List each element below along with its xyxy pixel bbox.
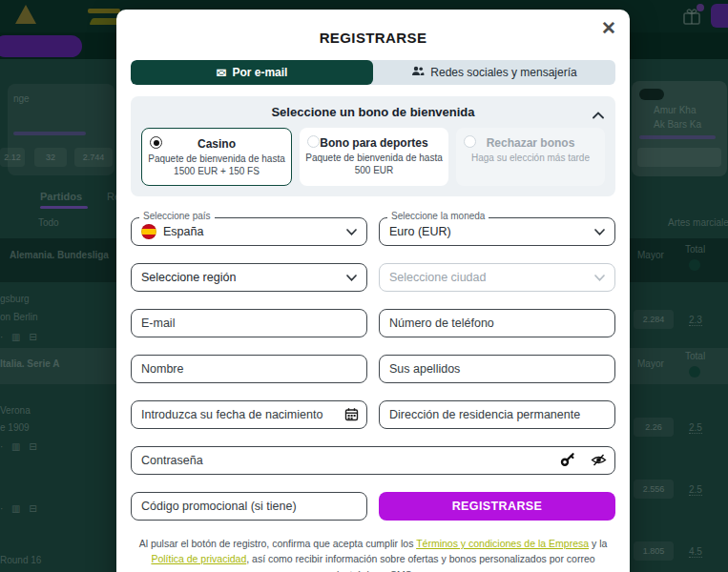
spain-flag-icon bbox=[141, 224, 156, 239]
promo-code-input[interactable] bbox=[131, 492, 367, 521]
eye-off-icon[interactable] bbox=[591, 453, 607, 471]
submit-wrap: REGISTRARSE bbox=[379, 492, 615, 521]
chevron-down-icon bbox=[594, 229, 605, 235]
bonus-desc: Paquete de bienvenida de hasta 1500 EUR … bbox=[148, 153, 285, 177]
bonus-option-sports[interactable]: Bono para deportes Paquete de bienvenida… bbox=[300, 128, 448, 186]
register-method-tabs: ✉ Por e-mail Redes sociales y mensajería bbox=[131, 60, 615, 85]
country-label: Seleccione país bbox=[139, 211, 215, 221]
phone-input[interactable] bbox=[379, 309, 615, 337]
address-input[interactable] bbox=[379, 400, 615, 429]
tab-label: Por e-mail bbox=[232, 66, 287, 79]
tab-by-email[interactable]: ✉ Por e-mail bbox=[131, 60, 373, 85]
radio-selected[interactable] bbox=[150, 136, 162, 149]
country-field: Seleccione país España bbox=[131, 217, 367, 246]
region-placeholder: Seleccione región bbox=[141, 271, 340, 284]
email-field-wrap bbox=[131, 309, 367, 337]
envelope-icon: ✉ bbox=[217, 67, 227, 79]
modal-title: REGISTRARSE bbox=[131, 10, 615, 46]
last-name-field-wrap bbox=[379, 355, 615, 383]
key-icon[interactable] bbox=[560, 452, 575, 471]
terms-text: Al pulsar el botón de registro, confirma… bbox=[139, 538, 416, 549]
phone-field-wrap bbox=[379, 309, 615, 337]
city-placeholder: Seleccione ciudad bbox=[389, 271, 588, 284]
radio-unselected[interactable] bbox=[464, 135, 476, 148]
tab-social[interactable]: Redes sociales y mensajería bbox=[373, 60, 615, 85]
bonus-title: Rechazar bonos bbox=[462, 136, 599, 150]
people-icon bbox=[411, 66, 425, 79]
currency-select[interactable]: Euro (EUR) bbox=[379, 217, 615, 246]
bonus-panel: Seleccione un bono de bienvenida Casino … bbox=[131, 96, 615, 196]
city-select[interactable]: Seleccione ciudad bbox=[379, 263, 615, 292]
birth-date-field-wrap bbox=[131, 400, 367, 429]
address-field-wrap bbox=[379, 400, 615, 429]
calendar-icon[interactable] bbox=[344, 407, 359, 425]
register-button[interactable]: REGISTRARSE bbox=[379, 492, 615, 521]
chevron-down-icon bbox=[346, 229, 357, 235]
first-name-input[interactable] bbox=[131, 355, 367, 383]
bonus-title: Casino bbox=[148, 137, 285, 151]
registration-modal: ✕ REGISTRARSE ✉ Por e-mail Redes sociale… bbox=[116, 10, 630, 572]
bonus-desc: Paquete de bienvenida de hasta 500 EUR bbox=[305, 152, 443, 176]
bonus-option-casino[interactable]: Casino Paquete de bienvenida de hasta 15… bbox=[141, 128, 292, 186]
terms-text: y la bbox=[589, 538, 607, 549]
chevron-up-icon[interactable] bbox=[593, 106, 604, 123]
bonus-desc: Haga su elección más tarde bbox=[462, 152, 599, 164]
region-select[interactable]: Seleccione región bbox=[131, 263, 367, 292]
promo-field-wrap bbox=[131, 492, 367, 521]
last-name-input[interactable] bbox=[379, 355, 615, 383]
chevron-down-icon bbox=[594, 275, 605, 281]
region-field: Seleccione región bbox=[131, 263, 367, 292]
password-icons bbox=[560, 452, 607, 471]
country-select[interactable]: España bbox=[131, 217, 367, 246]
bonus-option-decline[interactable]: Rechazar bonos Haga su elección más tard… bbox=[456, 128, 605, 186]
bonus-panel-title: Seleccione un bono de bienvenida bbox=[141, 105, 605, 119]
currency-field: Seleccione la moneda Euro (EUR) bbox=[379, 217, 615, 246]
terms-link[interactable]: Términos y condiciones de la Empresa bbox=[416, 538, 589, 549]
chevron-down-icon bbox=[346, 275, 357, 281]
country-value: España bbox=[163, 225, 340, 238]
tab-label: Redes sociales y mensajería bbox=[430, 66, 576, 79]
city-field: Seleccione ciudad bbox=[379, 263, 615, 292]
bonus-title: Bono para deportes bbox=[305, 136, 443, 150]
password-input[interactable] bbox=[131, 446, 615, 475]
password-field-wrap bbox=[131, 446, 615, 475]
birth-date-input[interactable] bbox=[131, 400, 367, 429]
first-name-field-wrap bbox=[131, 355, 367, 383]
privacy-link[interactable]: Política de privacidad bbox=[151, 553, 246, 564]
radio-unselected[interactable] bbox=[307, 135, 320, 148]
terms-note: Al pulsar el botón de registro, confirma… bbox=[131, 536, 615, 572]
close-icon[interactable]: ✕ bbox=[597, 15, 620, 41]
email-input[interactable] bbox=[131, 309, 367, 337]
bonus-options: Casino Paquete de bienvenida de hasta 15… bbox=[141, 128, 605, 186]
currency-label: Seleccione la moneda bbox=[387, 211, 489, 221]
terms-text: , así como recibir información sobre ofe… bbox=[246, 553, 594, 572]
currency-value: Euro (EUR) bbox=[389, 225, 588, 238]
